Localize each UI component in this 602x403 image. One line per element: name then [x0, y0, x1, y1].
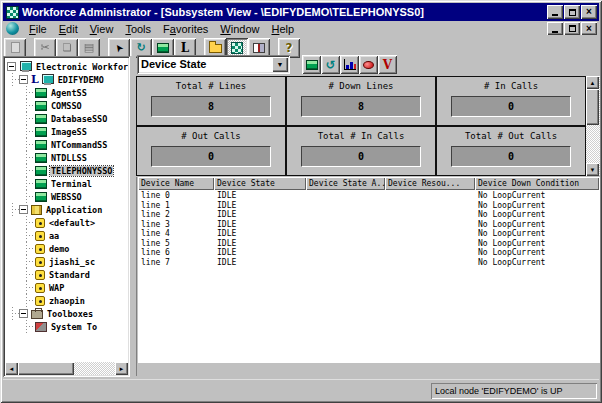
tree-item-toolboxes[interactable]: Toolboxes — [5, 307, 128, 320]
toolbar-button-new-document[interactable] — [4, 38, 26, 58]
tree-item-label[interactable]: WEBSSO — [50, 192, 83, 202]
scroll-right-button[interactable]: ► — [115, 362, 128, 375]
table-row[interactable]: line 4 IDLE No LoopCurrent — [138, 229, 600, 239]
scroll-thumb[interactable] — [18, 362, 74, 375]
tree-item-standard[interactable]: Standard — [5, 268, 128, 281]
scroll-thumb[interactable] — [586, 89, 599, 125]
child-minimize-button[interactable] — [547, 22, 563, 35]
tree-item-label[interactable]: zhaopin — [48, 296, 86, 306]
tree-item-label[interactable]: aa — [48, 231, 60, 241]
tree-item-websso[interactable]: WEBSSO — [5, 190, 128, 203]
toolbar-button-select-pointer[interactable] — [108, 38, 130, 58]
tree-item-label[interactable]: AgentSS — [50, 88, 88, 98]
tree-item-comsso[interactable]: COMSSO — [5, 99, 128, 112]
child-close-button[interactable]: × — [581, 22, 597, 35]
tree-item-demo[interactable]: demo — [5, 242, 128, 255]
table-row[interactable]: line 6 IDLE No LoopCurrent — [138, 248, 600, 258]
document-system-icon[interactable] — [6, 22, 19, 35]
scroll-left-button[interactable]: ◄ — [5, 362, 18, 375]
child-restore-button[interactable] — [564, 22, 580, 35]
collapse-icon[interactable] — [19, 75, 28, 84]
tree-item-ntcommandss[interactable]: NTCommandSS — [5, 138, 128, 151]
menu-item-view[interactable]: View — [84, 22, 120, 36]
view-button-validate-view[interactable] — [378, 55, 397, 74]
view-button-subsystem-monitor[interactable] — [302, 55, 321, 74]
tree-item-label[interactable]: jiashi_sc — [48, 257, 96, 267]
tree-item-databasesso[interactable]: DatabaseSSO — [5, 112, 128, 125]
tree-item-label[interactable]: Electronic Workfor — [35, 62, 128, 72]
table-row[interactable]: line 5 IDLE No LoopCurrent — [138, 239, 600, 249]
cell-device-resources — [385, 258, 475, 268]
tree-item-label[interactable]: demo — [48, 244, 70, 254]
tree-item-aa[interactable]: aa — [5, 229, 128, 242]
tree-item-default[interactable]: <default> — [5, 216, 128, 229]
machine-icon — [35, 166, 47, 176]
tree-item-label[interactable]: <default> — [48, 218, 96, 228]
tree-item-wap[interactable]: WAP — [5, 281, 128, 294]
tree-item-label[interactable]: Standard — [48, 270, 91, 280]
view-button-chart-view[interactable] — [340, 55, 359, 74]
tree-item-label[interactable]: EDIFYDEMO — [57, 75, 105, 85]
collapse-icon[interactable] — [19, 205, 28, 214]
scroll-up-button[interactable]: ▲ — [586, 76, 599, 89]
scroll-down-button[interactable]: ▼ — [586, 163, 599, 176]
tree-item-label[interactable]: ImageSS — [50, 127, 88, 137]
table-row[interactable]: line 7 IDLE No LoopCurrent — [138, 258, 600, 268]
tree-item-agentss[interactable]: AgentSS — [5, 86, 128, 99]
tree-item-jiashi-sc[interactable]: jiashi_sc — [5, 255, 128, 268]
restore-button[interactable] — [564, 5, 580, 19]
tree-horizontal-scrollbar[interactable]: ◄ ► — [5, 362, 128, 375]
column-header[interactable]: Device State — [214, 177, 306, 190]
tree-item-label[interactable]: NTCommandSS — [50, 140, 108, 150]
menu-item-file[interactable]: File — [23, 22, 53, 36]
table-row[interactable]: line 0 IDLE No LoopCurrent — [138, 191, 600, 201]
tree-item-imagess[interactable]: ImageSS — [5, 125, 128, 138]
cell-device-state: IDLE — [214, 239, 306, 249]
table-row[interactable]: line 3 IDLE No LoopCurrent — [138, 220, 600, 230]
tree-item-label[interactable]: COMSSO — [50, 101, 83, 111]
tree-item-label[interactable]: DatabaseSSO — [50, 114, 108, 124]
column-header[interactable]: Device Down Condition — [475, 177, 599, 190]
chevron-down-icon[interactable]: ▼ — [272, 57, 288, 72]
tree-item-label[interactable]: WAP — [48, 283, 65, 293]
column-header[interactable]: Device Resou... — [385, 177, 475, 190]
stats-vertical-scrollbar[interactable]: ▲ ▼ — [586, 76, 600, 176]
tree-item-zhaopin[interactable]: zhaopin — [5, 294, 128, 307]
table-row[interactable]: line 1 IDLE No LoopCurrent — [138, 201, 600, 211]
title-bar: Workforce Administrator - [Subsystem Vie… — [3, 3, 599, 21]
tree-item-label[interactable]: Application — [45, 205, 103, 215]
tree-item-label[interactable]: NTDLLSS — [50, 153, 88, 163]
view-button-alarm-view[interactable] — [359, 55, 378, 74]
menu-item-edit[interactable]: Edit — [53, 22, 84, 36]
tree-item-terminal[interactable]: Terminal — [5, 177, 128, 190]
view-selector[interactable]: Device State ▼ — [137, 55, 290, 74]
collapse-icon[interactable] — [7, 62, 16, 71]
column-header[interactable] — [599, 177, 600, 190]
tree-item-label[interactable]: TELEPHONYSSO — [50, 166, 113, 176]
column-header[interactable]: Device Name — [138, 177, 214, 190]
view-button-refresh-view[interactable] — [321, 55, 340, 74]
tree-item-label[interactable]: System To — [50, 322, 98, 332]
close-button[interactable]: × — [581, 5, 597, 19]
menu-item-help[interactable]: Help — [265, 22, 300, 36]
menu-item-tools[interactable]: Tools — [119, 22, 157, 36]
collapse-icon[interactable] — [19, 309, 28, 318]
tree-item-application[interactable]: Application — [5, 203, 128, 216]
stat-value-well: 8 — [301, 96, 421, 117]
toolbar-button-cut[interactable] — [34, 38, 56, 58]
minimize-icon — [552, 14, 558, 16]
tree-item-electronic-workforce[interactable]: Electronic Workfor — [5, 60, 128, 73]
tree-item-label[interactable]: Terminal — [50, 179, 93, 189]
minimize-button[interactable] — [547, 5, 563, 19]
tree-item-telephonysso[interactable]: TELEPHONYSSO — [5, 164, 128, 177]
menu-item-window[interactable]: Window — [214, 22, 265, 36]
toolbar-button-copy[interactable] — [56, 38, 78, 58]
tree-item-label[interactable]: Toolboxes — [46, 309, 94, 319]
column-header[interactable]: Device State A... — [306, 177, 385, 190]
tree-item-system-toolbox[interactable]: System To — [5, 320, 128, 333]
menu-item-favorites[interactable]: Favorites — [157, 22, 214, 36]
table-row[interactable]: line 2 IDLE No LoopCurrent — [138, 210, 600, 220]
tree-item-ntdllss[interactable]: NTDLLSS — [5, 151, 128, 164]
tree-item-edifydemo[interactable]: L EDIFYDEMO — [5, 73, 128, 86]
toolbar-button-paste[interactable] — [78, 38, 100, 58]
